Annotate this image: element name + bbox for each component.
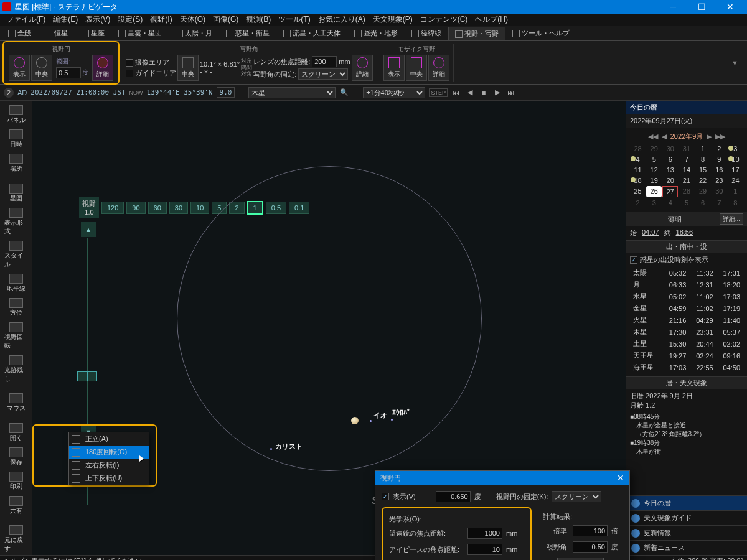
search-icon[interactable]: 🔍 [339,88,349,98]
calendar-day[interactable]: 20 [662,175,678,185]
interval-select[interactable]: ±1分40秒/秒 [363,87,425,98]
context-menu-item[interactable]: 上下反転(U) [69,472,149,485]
fov-center-button[interactable]: 中央 [31,55,52,81]
menu-item[interactable]: コンテンツ(C) [416,13,472,26]
apply-button[interactable]: 適用(A) [557,558,604,560]
menu-item[interactable]: 観測(B) [242,13,275,26]
calendar-day[interactable]: 10 [728,154,743,164]
calendar-day[interactable]: 22 [695,175,711,185]
cal-next-year[interactable]: ▶▶ [715,133,725,141]
dialog-close-button[interactable]: ✕ [617,473,624,483]
minimize-button[interactable]: ─ [659,0,687,14]
ribbon-tab[interactable]: 恒星 [38,26,75,40]
calendar-day[interactable]: 23 [712,175,727,185]
menu-item[interactable]: 天文現象(P) [369,13,416,26]
menu-item[interactable]: 天体(O) [176,13,209,26]
sidebar-item[interactable]: 光跡残し [2,353,30,385]
context-menu-item[interactable]: 180度回転(O) [69,446,149,459]
history-button[interactable]: 2 [4,88,14,98]
calendar-day[interactable]: 29 [646,144,662,154]
moon-europa[interactable] [391,419,393,421]
show-planet-times-check[interactable]: ✓ [630,256,637,264]
menu-item[interactable]: 視野(I) [146,13,176,26]
calendar-day[interactable]: 28 [630,144,646,154]
calendar-day[interactable]: 4 [662,198,678,208]
calendar-day[interactable]: 6 [695,198,711,208]
stop-button[interactable]: ■ [479,88,489,98]
calendar-day[interactable]: 19 [646,175,662,185]
ribbon-tab[interactable]: 太陽・月 [169,26,219,40]
sidebar-item[interactable]: 方位 [2,296,30,319]
moon-callisto[interactable] [270,448,272,450]
cal-prev-year[interactable]: ◀◀ [648,133,658,141]
ribbon-tab[interactable]: ツール・ヘルプ [505,26,576,40]
dialog-range-input[interactable] [436,491,471,502]
ribbon-tab[interactable]: 視野・写野 [448,27,505,40]
maximize-button[interactable]: ☐ [687,0,716,14]
calendar-day[interactable]: 7 [712,198,727,208]
moon-io[interactable] [370,420,372,422]
eyepiece-fl-input[interactable] [467,544,502,555]
panel-tab[interactable]: 今日の暦 [626,495,747,510]
menu-item[interactable]: 編集(E) [49,13,82,26]
menu-item[interactable]: お気に入り(A) [314,13,369,26]
mosaic-show-button[interactable]: 表示 [383,55,405,81]
telescope-fl-input[interactable] [467,528,502,539]
calendar-day[interactable]: 17 [728,165,743,175]
calendar-day[interactable]: 6 [662,154,678,164]
menu-item[interactable]: 設定(S) [114,13,146,26]
capture-lock-select[interactable]: スクリーン [298,68,348,80]
guide-area-check[interactable] [126,70,133,77]
target-select[interactable]: 木星 [248,87,336,98]
calendar-day[interactable]: 13 [662,165,678,175]
fov-scale-button[interactable]: 10 [190,202,209,214]
calendar-day[interactable]: 30 [712,186,727,197]
cal-next-month[interactable]: ▶ [707,133,712,141]
calendar-day[interactable]: 7 [679,154,694,164]
zoom-display[interactable]: 9.0 [217,87,235,98]
sidebar-item[interactable]: 日時 [2,128,30,151]
calendar-day[interactable]: 12 [646,165,662,175]
calendar-day[interactable]: 2 [630,198,646,208]
calendar-day[interactable]: 15 [695,165,711,175]
twilight-begin[interactable]: 04:07 [642,228,659,238]
calendar-day[interactable]: 3 [646,198,662,208]
calendar-day[interactable]: 25 [630,186,646,197]
sidebar-item[interactable]: 視野回転 [2,320,30,352]
calendar-day[interactable]: 28 [679,186,694,197]
jupiter-icon[interactable] [351,417,359,424]
fov-scale-button[interactable]: 30 [169,202,188,214]
calendar-day[interactable]: 1 [728,186,743,197]
calendar-day[interactable]: 5 [679,198,694,208]
dialog-show-check[interactable]: ✓ [382,493,389,500]
ribbon-tab[interactable]: 昼光・地形 [347,26,405,40]
panel-tab[interactable]: 天文現象ガイド [626,510,747,525]
rewind-button[interactable]: ⏮ [451,88,461,98]
sidebar-item[interactable]: 場所 [2,152,30,175]
calendar-day[interactable]: 30 [662,144,678,154]
calendar-day[interactable]: 8 [695,154,711,164]
calendar-day[interactable]: 16 [712,165,727,175]
close-button[interactable]: ✕ [716,0,745,14]
coords-display[interactable]: 139°44'E 35°39'N [147,88,213,96]
menu-item[interactable]: 表示(V) [82,13,114,26]
calendar-day[interactable]: 26 [646,186,662,197]
ribbon-tab[interactable]: 星座 [75,26,111,40]
capture-center-button[interactable]: 中央 [177,55,199,81]
sidebar-item[interactable]: パネル [2,103,30,126]
capture-detail-button[interactable]: 詳細 [352,55,373,81]
ribbon-tab[interactable]: 全般 [1,26,38,40]
fov-show-button[interactable]: 表示 [9,55,30,81]
menu-item[interactable]: 画像(G) [209,13,242,26]
context-menu-item[interactable]: 左右反転(I) [69,459,149,472]
context-menu-item[interactable]: 正立(A) [69,432,149,446]
calendar-day[interactable]: 29 [695,186,711,197]
sidebar-item[interactable]: 地平線 [2,272,30,295]
calendar-day[interactable]: 18 [630,175,646,185]
flip-icons[interactable] [77,371,97,381]
fov-scale-button[interactable]: 90 [126,202,145,214]
play-button[interactable]: ▶ [492,88,502,98]
calendar-day[interactable]: 21 [679,175,694,185]
mosaic-detail-button[interactable]: 詳細 [428,55,449,81]
sidebar-item[interactable]: 開く [2,421,30,444]
